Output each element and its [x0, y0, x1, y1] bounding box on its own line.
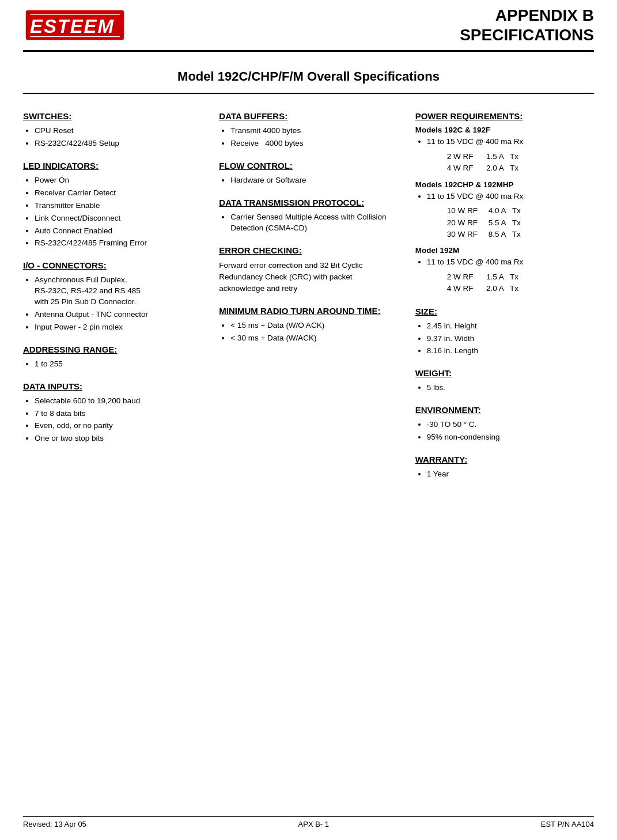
list-item: 7 to 8 data bits	[35, 408, 202, 419]
list-item: Receiver Carrier Detect	[35, 188, 202, 199]
warranty-list: 1 Year	[415, 469, 594, 480]
section-power-req: POWER REQUIREMENTS: Models 192C & 192F 1…	[415, 111, 594, 294]
column-1: SWITCHES: CPU Reset RS-232C/422/485 Setu…	[23, 111, 202, 491]
section-led: LED INDICATORS: Power On Receiver Carrie…	[23, 161, 202, 249]
error-checking-title: ERROR CHECKING:	[219, 245, 398, 255]
list-item: CPU Reset	[35, 126, 202, 137]
section-weight: WEIGHT: 5 lbs.	[415, 368, 594, 393]
esteem-logo: ESTEEM	[23, 9, 127, 41]
weight-title: WEIGHT:	[415, 368, 594, 378]
list-item: 1 Year	[427, 469, 594, 480]
data-transmission-list: Carrier Sensed Multiple Access with Coll…	[219, 212, 398, 234]
data-buffers-list: Transmit 4000 bytes Receive 4000 bytes	[219, 126, 398, 149]
list-item: Carrier Sensed Multiple Access with Coll…	[230, 212, 398, 234]
list-item: 9.37 in. Width	[427, 334, 594, 345]
column-2: DATA BUFFERS: Transmit 4000 bytes Receiv…	[219, 111, 398, 491]
led-list: Power On Receiver Carrier Detect Transmi…	[23, 175, 202, 249]
list-item: Transmitter Enable	[35, 200, 202, 211]
power-list-1: 11 to 15 VDC @ 400 ma Rx	[415, 137, 594, 147]
column-3: POWER REQUIREMENTS: Models 192C & 192F 1…	[415, 111, 594, 491]
flow-control-list: Hardware or Software	[219, 175, 398, 186]
header-title: APPENDIX B SPECIFICATIONS	[460, 6, 594, 44]
weight-list: 5 lbs.	[415, 383, 594, 393]
list-item: < 30 ms + Data (W/ACK)	[230, 333, 398, 344]
flow-control-title: FLOW CONTROL:	[219, 161, 398, 171]
power-model-label-3: Model 192M	[415, 246, 594, 255]
power-indent-3: 2 W RF 1.5 A Tx 4 W RF 2.0 A Tx	[415, 271, 594, 295]
switches-list: CPU Reset RS-232C/422/485 Setup	[23, 126, 202, 149]
page: ESTEEM APPENDIX B SPECIFICATIONS Model 1…	[0, 0, 617, 840]
list-item: Power On	[35, 175, 202, 186]
list-item: 1 to 255	[35, 359, 202, 370]
power-list-3: 11 to 15 VDC @ 400 ma Rx	[415, 257, 594, 268]
list-item: 11 to 15 VDC @ 400 ma Rx	[427, 191, 594, 202]
list-item: 11 to 15 VDC @ 400 ma Rx	[427, 257, 594, 268]
power-subsection-192chp: Models 192CHP & 192MHP 11 to 15 VDC @ 40…	[415, 180, 594, 241]
footer: Revised: 13 Apr 05 APX B- 1 EST P/N AA10…	[23, 816, 594, 828]
list-item: RS-232C/422/485 Framing Error	[35, 238, 202, 249]
section-switches: SWITCHES: CPU Reset RS-232C/422/485 Setu…	[23, 111, 202, 149]
power-subsection-192cf: Models 192C & 192F 11 to 15 VDC @ 400 ma…	[415, 126, 594, 174]
section-min-radio: MINIMUM RADIO TURN AROUND TIME: < 15 ms …	[219, 306, 398, 344]
addressing-title: ADDRESSING RANGE:	[23, 345, 202, 354]
list-item: 8.16 in. Length	[427, 346, 594, 357]
footer-part-number: EST P/N AA104	[541, 820, 594, 828]
list-item: Asynchronous Full Duplex,RS-232C, RS-422…	[35, 275, 202, 308]
section-io: I/O - CONNECTORS: Asynchronous Full Dupl…	[23, 260, 202, 332]
list-item: < 15 ms + Data (W/O ACK)	[230, 320, 398, 331]
list-item: Antenna Output - TNC connector	[35, 309, 202, 320]
header: ESTEEM APPENDIX B SPECIFICATIONS	[23, 0, 594, 52]
footer-page-number: APX B- 1	[298, 820, 329, 828]
min-radio-list: < 15 ms + Data (W/O ACK) < 30 ms + Data …	[219, 320, 398, 344]
power-indent-2: 10 W RF 4.0 A Tx 20 W RF 5.5 A Tx 30 W R…	[415, 205, 594, 240]
appendix-title-line2: SPECIFICATIONS	[460, 26, 594, 44]
power-subsection-192m: Model 192M 11 to 15 VDC @ 400 ma Rx 2 W …	[415, 246, 594, 294]
appendix-title-line1: APPENDIX B	[495, 6, 594, 24]
content-area: SWITCHES: CPU Reset RS-232C/422/485 Setu…	[23, 111, 594, 491]
section-data-transmission: DATA TRANSMISSION PROTOCOL: Carrier Sens…	[219, 198, 398, 234]
list-item: Link Connect/Disconnect	[35, 213, 202, 224]
addressing-list: 1 to 255	[23, 359, 202, 370]
section-flow-control: FLOW CONTROL: Hardware or Software	[219, 161, 398, 186]
switches-title: SWITCHES:	[23, 111, 202, 121]
list-item: -30 TO 50 ° C.	[427, 419, 594, 430]
logo-area: ESTEEM	[23, 9, 127, 41]
list-item: Hardware or Software	[230, 175, 398, 186]
section-size: SIZE: 2.45 in. Height 9.37 in. Width 8.1…	[415, 307, 594, 357]
data-inputs-list: Selectable 600 to 19,200 baud 7 to 8 dat…	[23, 396, 202, 445]
list-item: Even, odd, or no parity	[35, 421, 202, 432]
svg-text:ESTEEM: ESTEEM	[30, 16, 115, 37]
led-title: LED INDICATORS:	[23, 161, 202, 171]
list-item: Transmit 4000 bytes	[230, 126, 398, 137]
data-buffers-title: DATA BUFFERS:	[219, 111, 398, 121]
environment-list: -30 TO 50 ° C. 95% non-condensing	[415, 419, 594, 443]
data-inputs-title: DATA INPUTS:	[23, 381, 202, 391]
section-data-buffers: DATA BUFFERS: Transmit 4000 bytes Receiv…	[219, 111, 398, 149]
page-title: Model 192C/CHP/F/M Overall Specification…	[23, 69, 594, 94]
power-model-label-2: Models 192CHP & 192MHP	[415, 180, 594, 189]
error-checking-body: Forward error correction and 32 Bit Cycl…	[219, 260, 398, 295]
list-item: Selectable 600 to 19,200 baud	[35, 396, 202, 407]
footer-revised: Revised: 13 Apr 05	[23, 820, 86, 828]
list-item: 5 lbs.	[427, 383, 594, 393]
power-indent-1: 2 W RF 1.5 A Tx 4 W RF 2.0 A Tx	[415, 151, 594, 175]
list-item: 11 to 15 VDC @ 400 ma Rx	[427, 137, 594, 147]
list-item: Input Power - 2 pin molex	[35, 322, 202, 333]
io-title: I/O - CONNECTORS:	[23, 260, 202, 270]
min-radio-title: MINIMUM RADIO TURN AROUND TIME:	[219, 306, 398, 316]
io-list: Asynchronous Full Duplex,RS-232C, RS-422…	[23, 275, 202, 332]
section-environment: ENVIRONMENT: -30 TO 50 ° C. 95% non-cond…	[415, 405, 594, 443]
data-transmission-title: DATA TRANSMISSION PROTOCOL:	[219, 198, 398, 207]
list-item: 95% non-condensing	[427, 432, 594, 443]
list-item: Receive 4000 bytes	[230, 138, 398, 149]
size-list: 2.45 in. Height 9.37 in. Width 8.16 in. …	[415, 321, 594, 357]
list-item: One or two stop bits	[35, 433, 202, 444]
warranty-title: WARRANTY:	[415, 455, 594, 464]
list-item: Auto Connect Enabled	[35, 226, 202, 237]
environment-title: ENVIRONMENT:	[415, 405, 594, 415]
power-req-title: POWER REQUIREMENTS:	[415, 111, 594, 121]
power-model-label-1: Models 192C & 192F	[415, 126, 594, 134]
power-list-2: 11 to 15 VDC @ 400 ma Rx	[415, 191, 594, 202]
section-addressing: ADDRESSING RANGE: 1 to 255	[23, 345, 202, 370]
section-data-inputs: DATA INPUTS: Selectable 600 to 19,200 ba…	[23, 381, 202, 445]
